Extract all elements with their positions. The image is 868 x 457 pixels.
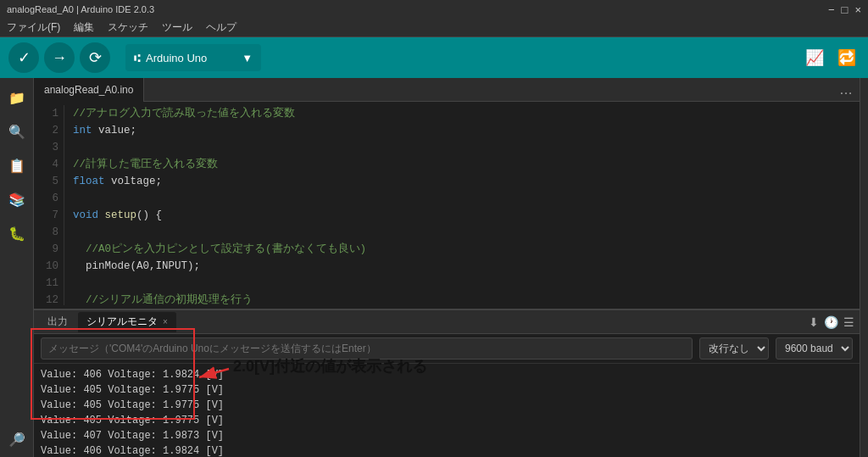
bottom-panel: 出力 シリアルモニタ × ⬇ 🕐 ☰ 改行なし 9600 baud [34,309,860,457]
sidebar: 📁 🔍 📋 📚 🐛 🔎 [0,78,34,457]
title-bar: analogRead_A0 | Arduino IDE 2.0.3 − □ × [0,0,868,19]
file-tab-name: analogRead_A0.ino [44,84,133,96]
editor-area: analogRead_A0.ino … 12345678910111213141… [34,78,860,457]
line-numbers: 1234567891011121314151617 [34,105,64,305]
sidebar-debug-icon[interactable]: 🐛 [3,219,31,248]
maximize-button[interactable]: □ [842,3,849,16]
code-editor[interactable]: 1234567891011121314151617 //アナログ入力で読み取った… [34,102,860,309]
serial-output-line: Value: 405 Voltage: 1.9775 [V] [41,398,853,413]
verify-button[interactable]: ✓ [8,42,39,73]
panel-clock-icon[interactable]: 🕐 [824,315,838,329]
panel-scroll-icon[interactable]: ⬇ [809,315,819,329]
title-bar-controls: − □ × [828,3,861,16]
menu-help[interactable]: ヘルプ [206,20,236,35]
toolbar: ✓ → ⟳ ⑆ Arduino Uno ▼ 📈 🔁 [0,37,868,78]
toolbar-right: 📈 🔁 [802,45,860,70]
menu-tools[interactable]: ツール [162,20,192,35]
serial-output-line: Value: 407 Voltage: 1.9873 [V] [41,428,853,443]
sidebar-libraries-icon[interactable]: 📚 [3,185,31,214]
serial-output-line: Value: 405 Voltage: 1.9775 [V] [41,382,853,398]
title-bar-title: analogRead_A0 | Arduino IDE 2.0.3 [7,4,154,14]
sidebar-search-icon[interactable]: 🔍 [3,117,31,146]
tab-serial-monitor-label: シリアルモニタ [86,315,158,329]
serial-output-line: Value: 405 Voltage: 1.9775 [V] [41,413,853,428]
serial-input-row: 改行なし 9600 baud [34,334,860,364]
tab-serial-monitor[interactable]: シリアルモニタ × [78,312,176,332]
sidebar-folder-icon[interactable]: 📁 [3,83,31,112]
menu-sketch[interactable]: スケッチ [108,20,148,35]
serial-monitor-button[interactable]: 🔁 [834,45,860,70]
board-dropdown-icon: ▼ [242,52,253,64]
board-icon: ⑆ [134,52,141,64]
upload-button[interactable]: → [44,42,75,73]
bottom-tab-icons: ⬇ 🕐 ☰ [809,315,854,329]
file-tab-more[interactable]: … [832,82,860,98]
main-area: 📁 🔍 📋 📚 🐛 🔎 analogRead_A0.ino … 12345678… [0,78,868,457]
serial-output: Value: 406 Voltage: 1.9824 [V]Value: 405… [34,364,860,457]
tab-serial-monitor-close[interactable]: × [163,317,168,326]
close-button[interactable]: × [854,3,861,16]
serial-output-line: Value: 406 Voltage: 1.9824 [V] [41,443,853,457]
tab-output[interactable]: 出力 [39,312,76,332]
board-name: Arduino Uno [146,52,207,64]
newline-select[interactable]: 改行なし [699,337,769,359]
board-selector[interactable]: ⑆ Arduino Uno ▼ [125,44,261,71]
menu-edit[interactable]: 編集 [74,20,94,35]
file-tabs: analogRead_A0.ino … [34,78,860,102]
menu-file[interactable]: ファイル(F) [7,20,60,35]
debug-button[interactable]: ⟳ [80,42,110,73]
serial-input[interactable] [41,337,693,359]
serial-plotter-button[interactable]: 📈 [802,45,827,70]
tab-output-label: 出力 [47,315,68,329]
baud-select[interactable]: 9600 baud [776,337,853,359]
sidebar-search2-icon[interactable]: 🔎 [3,425,31,454]
bottom-tabs: 出力 シリアルモニタ × ⬇ 🕐 ☰ [34,310,860,334]
sidebar-boards-icon[interactable]: 📋 [3,151,31,180]
minimize-button[interactable]: − [828,3,835,16]
code-content[interactable]: //アナログ入力で読み取った値を入れる変数int value; //計算した電圧… [64,105,860,305]
panel-menu-icon[interactable]: ☰ [843,315,854,329]
serial-output-line: Value: 406 Voltage: 1.9824 [V] [41,367,853,382]
right-scrollbar[interactable] [860,78,868,457]
file-tab-main[interactable]: analogRead_A0.ino [34,78,144,102]
menu-bar: ファイル(F) 編集 スケッチ ツール ヘルプ [0,19,868,37]
